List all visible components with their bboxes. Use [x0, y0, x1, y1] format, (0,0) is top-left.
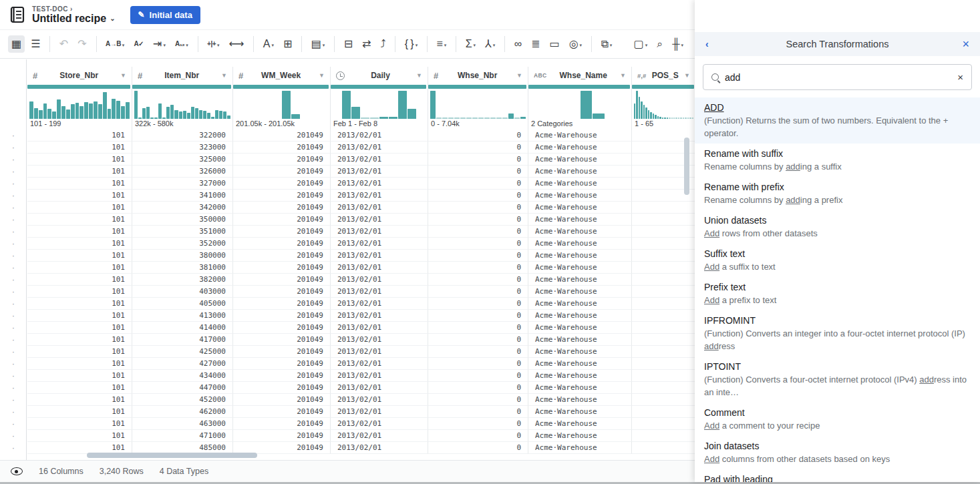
- row-handle[interactable]: ·: [0, 347, 27, 359]
- transformation-search-input[interactable]: [725, 72, 951, 83]
- cell-daily[interactable]: 2013/02/01: [331, 286, 428, 298]
- number-type-icon[interactable]: #: [434, 71, 438, 81]
- row-handle[interactable]: ·: [0, 131, 27, 143]
- cell-whse_nbr[interactable]: 0: [428, 322, 528, 334]
- cell-pos_s[interactable]: [632, 286, 695, 298]
- cell-store_nbr[interactable]: 101: [27, 310, 132, 322]
- transformation-result-item[interactable]: Pad with leadingPad text with leading ch…: [695, 469, 980, 482]
- cell-whse_nbr[interactable]: 0: [428, 358, 528, 370]
- cell-daily[interactable]: 2013/02/01: [331, 178, 428, 190]
- column-histogram[interactable]: [528, 89, 631, 119]
- cell-item_nbr[interactable]: 463000: [132, 418, 233, 430]
- cell-whse_name[interactable]: Acme·Warehouse: [528, 358, 632, 370]
- cell-pos_s[interactable]: [632, 262, 695, 274]
- list-view-icon[interactable]: ☰: [27, 35, 43, 53]
- data-quality-bar[interactable]: [528, 85, 630, 89]
- cell-whse_nbr[interactable]: 0: [428, 286, 528, 298]
- sort-icon[interactable]: A₁₂▾: [172, 35, 192, 53]
- column-header-item_nbr[interactable]: #Item_Nbr▼322k - 580k: [132, 67, 233, 130]
- column-menu-chevron-icon[interactable]: ▼: [684, 72, 690, 79]
- cell-pos_s[interactable]: [632, 382, 695, 394]
- cell-wm_week[interactable]: 201049: [233, 178, 331, 190]
- cell-pos_s[interactable]: [632, 358, 695, 370]
- column-menu-chevron-icon[interactable]: ▼: [120, 72, 126, 79]
- cell-wm_week[interactable]: 201049: [233, 226, 331, 238]
- cell-whse_nbr[interactable]: 0: [428, 370, 528, 382]
- cell-pos_s[interactable]: [632, 430, 695, 442]
- cell-daily[interactable]: 2013/02/01: [331, 250, 428, 262]
- row-handle[interactable]: ·: [0, 239, 27, 251]
- cell-wm_week[interactable]: 201049: [233, 286, 331, 298]
- join-split-icon[interactable]: ⅄▾: [482, 35, 498, 53]
- cell-store_nbr[interactable]: 101: [27, 166, 132, 178]
- cell-pos_s[interactable]: [632, 226, 695, 238]
- decimal-type-icon[interactable]: #,#: [637, 72, 646, 79]
- unpivot-icon[interactable]: ⤴: [377, 35, 389, 53]
- cell-wm_week[interactable]: 201049: [233, 310, 331, 322]
- cell-wm_week[interactable]: 201049: [233, 190, 331, 202]
- column-header-pos_s[interactable]: #,#POS_S▼1 - 65: [632, 67, 695, 130]
- cell-whse_name[interactable]: Acme·Warehouse: [528, 322, 632, 334]
- cell-item_nbr[interactable]: 417000: [132, 334, 233, 346]
- cell-pos_s[interactable]: [632, 334, 695, 346]
- cell-whse_nbr[interactable]: 0: [428, 178, 528, 190]
- cell-daily[interactable]: 2013/02/01: [331, 226, 428, 238]
- cell-store_nbr[interactable]: 101: [27, 238, 132, 250]
- cell-pos_s[interactable]: [632, 418, 695, 430]
- cell-pos_s[interactable]: [632, 238, 695, 250]
- row-handle[interactable]: ·: [0, 383, 27, 395]
- cell-whse_name[interactable]: Acme·Warehouse: [528, 214, 632, 226]
- column-histogram[interactable]: [132, 89, 232, 119]
- cell-daily[interactable]: 2013/02/01: [331, 298, 428, 310]
- cell-store_nbr[interactable]: 101: [27, 226, 132, 238]
- row-handle[interactable]: ·: [0, 311, 27, 323]
- cell-item_nbr[interactable]: 380000: [132, 250, 233, 262]
- cell-item_nbr[interactable]: 462000: [132, 406, 233, 418]
- column-histogram[interactable]: [428, 89, 528, 119]
- row-handle[interactable]: ·: [0, 275, 27, 287]
- cell-whse_name[interactable]: Acme·Warehouse: [528, 382, 632, 394]
- cell-wm_week[interactable]: 201049: [233, 250, 331, 262]
- cell-daily[interactable]: 2013/02/01: [331, 154, 428, 166]
- number-type-icon[interactable]: #: [138, 71, 142, 81]
- cell-wm_week[interactable]: 201049: [233, 130, 331, 142]
- row-handle[interactable]: ·: [0, 371, 27, 383]
- column-histogram[interactable]: [632, 89, 695, 119]
- cell-daily[interactable]: 2013/02/01: [331, 238, 428, 250]
- cell-whse_name[interactable]: Acme·Warehouse: [528, 394, 632, 406]
- cell-item_nbr[interactable]: 323000: [132, 142, 233, 154]
- cell-pos_s[interactable]: [632, 310, 695, 322]
- cell-wm_week[interactable]: 201049: [233, 370, 331, 382]
- cell-whse_name[interactable]: Acme·Warehouse: [528, 238, 632, 250]
- cell-whse_name[interactable]: Acme·Warehouse: [528, 142, 632, 154]
- cell-item_nbr[interactable]: 381000: [132, 262, 233, 274]
- cell-item_nbr[interactable]: 403000: [132, 286, 233, 298]
- cell-store_nbr[interactable]: 101: [27, 418, 132, 430]
- select-cells-icon[interactable]: ▢▾: [631, 35, 651, 53]
- cell-store_nbr[interactable]: 101: [27, 154, 132, 166]
- cell-daily[interactable]: 2013/02/01: [331, 166, 428, 178]
- cell-wm_week[interactable]: 201049: [233, 154, 331, 166]
- cell-daily[interactable]: 2013/02/01: [331, 418, 428, 430]
- cell-pos_s[interactable]: [632, 322, 695, 334]
- comment-icon[interactable]: ▭: [546, 35, 563, 53]
- cell-whse_nbr[interactable]: 0: [428, 334, 528, 346]
- data-quality-bar[interactable]: [428, 85, 526, 89]
- cell-daily[interactable]: 2013/02/01: [331, 370, 428, 382]
- row-handle[interactable]: ·: [0, 419, 27, 431]
- append-rows-icon[interactable]: ≣: [528, 35, 543, 53]
- horizontal-scrollbar[interactable]: [87, 453, 257, 458]
- target-icon[interactable]: ◎▾: [566, 35, 585, 53]
- cell-item_nbr[interactable]: 350000: [132, 214, 233, 226]
- row-handle[interactable]: ·: [0, 407, 27, 419]
- cell-item_nbr[interactable]: 327000: [132, 178, 233, 190]
- cell-whse_nbr[interactable]: 0: [428, 214, 528, 226]
- close-icon[interactable]: ×: [956, 37, 969, 51]
- data-quality-bar[interactable]: [27, 85, 130, 89]
- transformation-result-item[interactable]: Union datasetsAdd rows from other datase…: [695, 210, 980, 244]
- header-rows-icon[interactable]: ▤▾: [308, 35, 329, 53]
- row-handle[interactable]: ·: [0, 227, 27, 239]
- cell-whse_name[interactable]: Acme·Warehouse: [528, 178, 632, 190]
- datetime-type-icon[interactable]: [336, 71, 345, 80]
- cell-pos_s[interactable]: [632, 250, 695, 262]
